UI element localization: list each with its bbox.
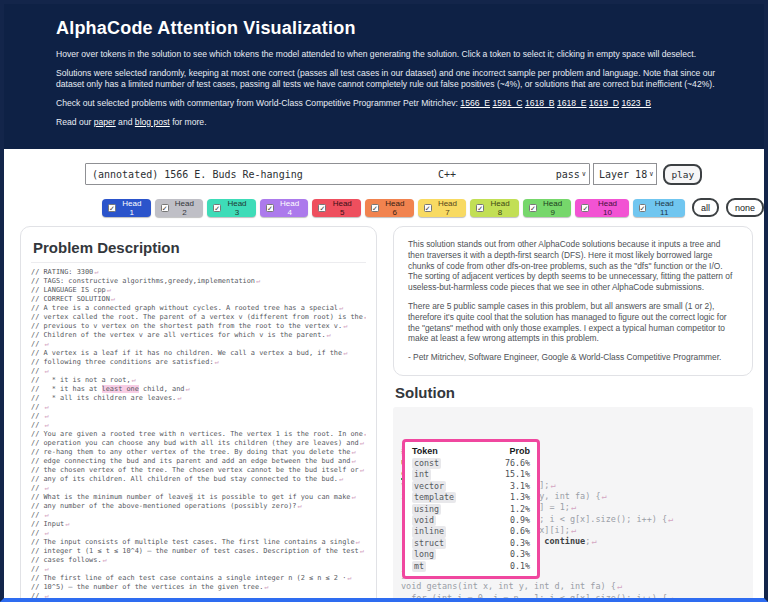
code-token[interactable]: // vertex called the root. The parent of… xyxy=(31,313,363,321)
code-line[interactable]: // A vertex is a leaf if it has no child… xyxy=(31,349,366,358)
newline-token[interactable]: ↵ xyxy=(570,502,576,512)
code-token[interactable]: // xyxy=(31,592,43,600)
newline-token[interactable]: ↵ xyxy=(43,340,48,348)
newline-token[interactable]: ↵ xyxy=(570,525,576,535)
newline-token[interactable]: ↵ xyxy=(326,331,331,339)
code-token[interactable]: // integer t (1 ≤ t ≤ 10^4) — the number… xyxy=(31,547,359,555)
problem-description-code[interactable]: // RATING: 3300↵// TAGS: constructive al… xyxy=(31,268,366,602)
code-token[interactable]: // previous to v vertex on the shortest … xyxy=(31,322,342,330)
code-line[interactable]: // ↵ xyxy=(31,412,366,421)
newline-token[interactable]: ↵ xyxy=(616,581,622,591)
newline-token[interactable]: ↵ xyxy=(363,430,366,438)
newline-token[interactable]: ↵ xyxy=(43,421,48,429)
newline-token[interactable]: ↵ xyxy=(106,286,111,294)
newline-token[interactable]: ↵ xyxy=(185,385,190,393)
code-line[interactable]: // * all its children are leaves.↵ xyxy=(31,394,366,403)
code-line[interactable]: for (int i = 0, j = n - 1; i < g[x].size… xyxy=(401,593,753,602)
highlighted-token[interactable]: continue xyxy=(544,536,585,546)
code-token[interactable]: // xyxy=(31,403,43,411)
newline-token[interactable]: ↵ xyxy=(43,592,48,600)
newline-token[interactable]: ↵ xyxy=(359,439,364,447)
code-line[interactable]: // operation you can choose any bud with… xyxy=(31,439,366,448)
code-line[interactable]: // What is the minimum number of leaves … xyxy=(31,493,366,502)
code-line[interactable]: // CORRECT SOLUTION↵ xyxy=(31,295,366,304)
head-toggle-6[interactable]: Head 6 xyxy=(365,199,414,217)
newline-token[interactable]: ↵ xyxy=(64,520,69,528)
code-token[interactable]: for (int i = 0, j = n - 1; i < g[x].size… xyxy=(401,593,667,602)
solution-code[interactable]: TokenProbconst76.6%int15.1%vector3.1%tem… xyxy=(393,407,753,602)
newline-token[interactable]: ↵ xyxy=(214,358,219,366)
head-toggle-7[interactable]: Head 7 xyxy=(418,199,467,217)
code-line[interactable]: // any of its children. All children of … xyxy=(31,475,366,484)
head-toggle-8[interactable]: Head 8 xyxy=(470,199,519,217)
problem-link-1623_B[interactable]: 1623_B xyxy=(621,98,651,108)
code-line[interactable]: // ↵ xyxy=(31,529,366,538)
code-token[interactable]: // xyxy=(31,367,43,375)
code-line[interactable]: // * it has at least one child, and↵ xyxy=(31,385,366,394)
code-token[interactable]: // xyxy=(31,511,43,519)
code-token[interactable]: // * it has at xyxy=(31,385,102,393)
code-token[interactable]: // The input consists of multiple test c… xyxy=(31,538,355,546)
code-token[interactable]: // operation you can choose any bud with… xyxy=(31,439,359,447)
code-token[interactable]: // xyxy=(31,565,43,573)
code-token[interactable]: void getans(int x, int y, int d, int fa)… xyxy=(401,581,616,591)
code-line[interactable]: // vertex called the root. The parent of… xyxy=(31,313,366,322)
newline-token[interactable]: ↵ xyxy=(102,556,107,564)
code-line[interactable]: // previous to v vertex on the shortest … xyxy=(31,322,366,331)
newline-token[interactable]: ↵ xyxy=(93,268,98,276)
code-line[interactable]: // ↵ xyxy=(31,565,366,574)
none-heads-button[interactable]: none xyxy=(726,198,764,217)
code-token[interactable]: // RATING: 3300 xyxy=(31,268,93,276)
code-token[interactable]: // The first line of each test case cont… xyxy=(31,574,346,582)
newline-token[interactable]: ↵ xyxy=(601,491,607,501)
status-select[interactable]: pass∨ xyxy=(556,169,589,180)
newline-token[interactable]: ↵ xyxy=(667,593,673,602)
code-line[interactable]: void getans(int x, int y, int d, int fa)… xyxy=(401,581,753,592)
newline-token[interactable]: ↵ xyxy=(549,480,555,490)
language-select-value[interactable]: C++ xyxy=(438,169,538,180)
code-token[interactable]: // CORRECT SOLUTION xyxy=(31,295,110,303)
newline-token[interactable]: ↵ xyxy=(43,565,48,573)
code-token[interactable]: // xyxy=(31,484,43,492)
code-token[interactable]: // Children of the vertex v are all vert… xyxy=(31,331,326,339)
code-token[interactable]: // cases follows. xyxy=(31,556,102,564)
code-line[interactable]: // ↵ xyxy=(31,511,366,520)
code-token[interactable]: // the chosen vertex of the tree. The ch… xyxy=(31,466,359,474)
code-line[interactable]: // cases follows.↵ xyxy=(31,556,366,565)
head-toggle-10[interactable]: Head 10 xyxy=(575,199,628,217)
code-line[interactable]: // ↵ xyxy=(31,403,366,412)
code-token[interactable]: // You are given a rooted tree with n ve… xyxy=(31,430,363,438)
problem-link-1619_D[interactable]: 1619_D xyxy=(589,98,619,108)
code-line[interactable]: // edge connecting the bud and its paren… xyxy=(31,457,366,466)
code-line[interactable]: // ↵ xyxy=(31,367,366,376)
newline-token[interactable]: ↵ xyxy=(255,277,260,285)
head-toggle-11[interactable]: Head 11 xyxy=(633,199,685,217)
newline-token[interactable]: ↵ xyxy=(263,583,268,591)
code-line[interactable]: // ↵ xyxy=(31,484,366,493)
code-token[interactable]: // re-hang them to any other vertex of t… xyxy=(31,448,350,456)
play-button[interactable]: play xyxy=(663,164,702,185)
code-line[interactable]: // The input consists of multiple test c… xyxy=(31,538,366,547)
code-line[interactable]: // following three conditions are satisf… xyxy=(31,358,366,367)
newline-token[interactable]: ↵ xyxy=(131,376,136,384)
newline-token[interactable]: ↵ xyxy=(359,466,364,474)
code-token[interactable]: // * it is not a root, xyxy=(31,376,131,384)
code-token[interactable]: // edge connecting the bud and its paren… xyxy=(31,457,350,465)
code-token[interactable]: // any number of the above-mentioned ope… xyxy=(31,502,297,510)
newline-token[interactable]: ↵ xyxy=(355,538,360,546)
code-token[interactable]: // LANGUAGE IS cpp xyxy=(31,286,106,294)
code-token[interactable]: // xyxy=(31,529,43,537)
head-toggle-9[interactable]: Head 9 xyxy=(523,199,572,217)
head-toggle-4[interactable]: Head 4 xyxy=(260,199,309,217)
code-line[interactable]: // A tree is a connected graph without c… xyxy=(31,304,366,313)
newline-token[interactable]: ↵ xyxy=(43,511,48,519)
newline-token[interactable]: ↵ xyxy=(342,322,347,330)
code-token[interactable]: // xyxy=(31,340,43,348)
head-toggle-5[interactable]: Head 5 xyxy=(312,199,361,217)
newline-token[interactable]: ↵ xyxy=(297,502,302,510)
newline-token[interactable]: ↵ xyxy=(667,514,673,524)
code-line[interactable]: // 10^5) — the number of the vertices in… xyxy=(31,583,366,592)
code-line[interactable]: // integer t (1 ≤ t ≤ 10^4) — the number… xyxy=(31,547,366,556)
newline-token[interactable]: ↵ xyxy=(363,313,366,321)
head-toggle-3[interactable]: Head 3 xyxy=(207,199,256,217)
